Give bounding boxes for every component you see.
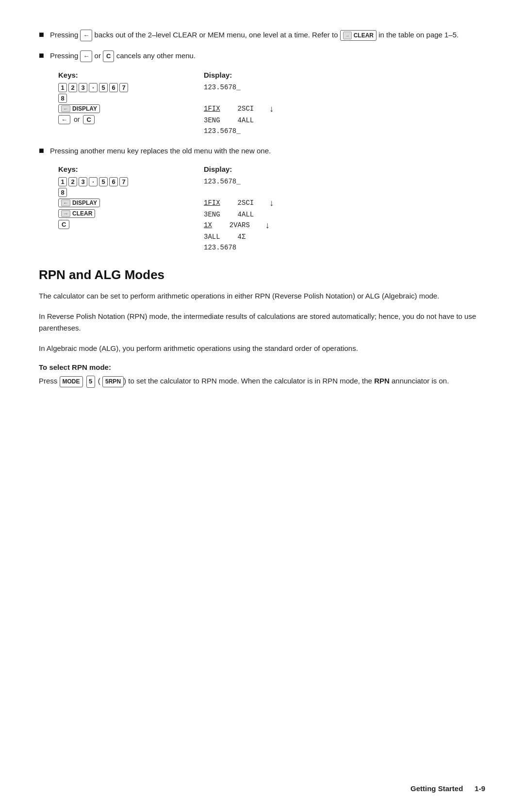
table-2-row-1-keys: 1 2 3 · 5 6 7	[58, 176, 204, 187]
t2-key-shift-clear: →CLEAR	[58, 209, 95, 218]
disp-3eng: 3ENG	[204, 116, 220, 124]
table-2-row-5-keys: C	[58, 219, 204, 230]
t2-disp-4sigma: 4Σ	[238, 233, 246, 241]
table-1-row-1-keys: 1 2 3 · 5 6 7	[58, 82, 204, 93]
key-3: 3	[79, 83, 87, 92]
t2-disp-1x: 1X	[204, 221, 212, 229]
t2-disp-3eng: 3ENG	[204, 211, 220, 218]
key-1: 1	[58, 83, 67, 92]
t2-key-5: 5	[99, 177, 108, 186]
down-arrow-1: ↓	[269, 104, 274, 114]
table-2-row-3-keys: ←DISPLAY	[58, 198, 204, 208]
para-4-text: to set the calculator to RPN mode. When …	[128, 377, 372, 385]
table-1-row-4-keys: ← or C	[58, 114, 204, 125]
t2-display-label: DISPLAY	[72, 199, 97, 206]
t2-disp-4all: 4ALL	[238, 211, 254, 218]
key-5: 5	[99, 83, 108, 92]
t2-disp-5: 123.5678	[204, 242, 485, 253]
key-5rpn-label: ( 5RPN)	[98, 377, 128, 385]
section-para-4: Press MODE 5 ( 5RPN) to set the calculat…	[39, 375, 485, 387]
t2-shift-left-icon: ←	[61, 199, 70, 206]
t2-disp-4-group: 1X 2VARS ↓ 3ALL 4Σ	[204, 220, 485, 242]
para-4-end: annunciator is on.	[392, 377, 449, 385]
key-5-mode: 5	[86, 376, 95, 388]
table-2: Keys: 1 2 3 · 5 6 7 8 ←DISPLAY →CLEAR	[58, 165, 485, 253]
table-1-disp-4: 123.5678_	[204, 126, 485, 136]
table-2-keys-col: Keys: 1 2 3 · 5 6 7 8 ←DISPLAY →CLEAR	[58, 165, 204, 253]
key-backspace-2: ←	[80, 50, 92, 62]
key-back-t1r4: ←	[58, 115, 70, 124]
t2-disp-2vars: 2VARS	[229, 221, 250, 229]
bullet-2-text: Pressing ← or C cancels any other menu.	[50, 50, 196, 62]
mode-label: MODE	[63, 377, 80, 386]
table-1-display-col: Display: 123.5678_ 1FIX 2SCI ↓ 3ENG 4ALL…	[204, 71, 485, 136]
key-2: 2	[68, 83, 77, 92]
table-2-display-col: Display: 123.5678_ 1FIX 2SCI ↓ 3ENG 4ALL…	[204, 165, 485, 253]
table-1-disp-2	[204, 93, 485, 103]
section-heading: RPN and ALG Modes	[39, 267, 485, 282]
table-1-disp-1: 123.5678_	[204, 82, 485, 93]
subheading-rpn: To select RPN mode:	[39, 363, 485, 371]
shift-left-icon: ←	[61, 105, 70, 112]
clear-label: CLEAR	[354, 31, 374, 40]
table-1-row-3-keys: ←DISPLAY	[58, 103, 204, 114]
t2-down-arrow-2: ↓	[265, 220, 270, 231]
disp-4all: 4ALL	[238, 116, 254, 124]
t2-disp-3all: 3ALL	[204, 233, 220, 241]
footer-page: 1-9	[475, 784, 485, 793]
key-7: 7	[119, 83, 128, 92]
table-1-disp-3a: 1FIX 2SCI ↓	[204, 103, 485, 114]
rpn-bold: RPN	[374, 377, 390, 385]
or-text-t1: or	[74, 116, 80, 123]
t2-key-dot: ·	[89, 177, 98, 186]
bullet-3-text: Pressing another menu key replaces the o…	[50, 145, 271, 156]
table-2-keys-header: Keys:	[58, 165, 204, 176]
key-c-t1r4: C	[83, 115, 94, 124]
t2-disp-1: 123.5678_	[204, 176, 485, 187]
disp-1-text: 123.5678_	[204, 83, 241, 91]
key-shift-display: ←DISPLAY	[58, 104, 100, 113]
table-2-row-4-keys: →CLEAR	[58, 208, 204, 219]
t2-disp-1fix: 1FIX	[204, 199, 220, 207]
t2-key-3: 3	[79, 177, 87, 186]
table-2-row-2-keys: 8	[58, 187, 204, 198]
t2-key-8: 8	[58, 188, 67, 197]
key-mode: MODE	[60, 376, 83, 387]
key-dot: ·	[89, 83, 98, 92]
t2-disp-2	[204, 187, 485, 198]
key-8: 8	[58, 94, 67, 103]
bullet-symbol-2: ■	[39, 50, 44, 61]
section-para-3: In Algebraic mode (ALG), you perform ari…	[39, 343, 485, 354]
t2-disp-3a: 1FIX 2SCI ↓	[204, 198, 485, 208]
bullet-1-text: Pressing ← backs out of the 2–level CLEA…	[50, 29, 458, 41]
t2-disp-2sci: 2SCI	[238, 199, 254, 207]
shift-2-icon: →	[343, 32, 352, 39]
disp-4-text: 123.5678_	[204, 127, 241, 135]
t2-key-shift-display: ←DISPLAY	[58, 199, 100, 207]
t2-key-7: 7	[119, 177, 128, 186]
section-para-1: The calculator can be set to perform ari…	[39, 290, 485, 302]
table-1-display-header: Display:	[204, 71, 485, 82]
section-para-2: In Reverse Polish Notation (RPN) mode, t…	[39, 311, 485, 334]
t2-disp-5-text: 123.5678	[204, 244, 236, 251]
t2-shift-right-icon: →	[61, 210, 70, 217]
t2-disp-4b: 3ALL 4Σ	[204, 232, 485, 242]
key-shifted-clear: →CLEAR	[340, 30, 377, 41]
key-6: 6	[109, 83, 118, 92]
t2-key-1: 1	[58, 177, 67, 186]
bullet-1: ■ Pressing ← backs out of the 2–level CL…	[39, 29, 485, 41]
table-1-row-2-keys: 8	[58, 93, 204, 103]
table-1-disp-3-group: 1FIX 2SCI ↓ 3ENG 4ALL	[204, 103, 485, 126]
t2-disp-1-text: 123.5678_	[204, 178, 241, 185]
disp-2sci: 2SCI	[238, 105, 254, 113]
table-1-keys-header: Keys:	[58, 71, 204, 82]
t2-key-c: C	[58, 220, 69, 229]
t2-key-2: 2	[68, 177, 77, 186]
t2-down-arrow-1: ↓	[269, 198, 274, 208]
display-label: DISPLAY	[72, 105, 97, 112]
disp-1fix: 1FIX	[204, 105, 220, 113]
key-c-1: C	[103, 50, 114, 62]
t2-disp-3b: 3ENG 4ALL	[204, 209, 485, 220]
page-footer: Getting Started 1-9	[410, 784, 485, 793]
bullet-3: ■ Pressing another menu key replaces the…	[39, 145, 485, 156]
